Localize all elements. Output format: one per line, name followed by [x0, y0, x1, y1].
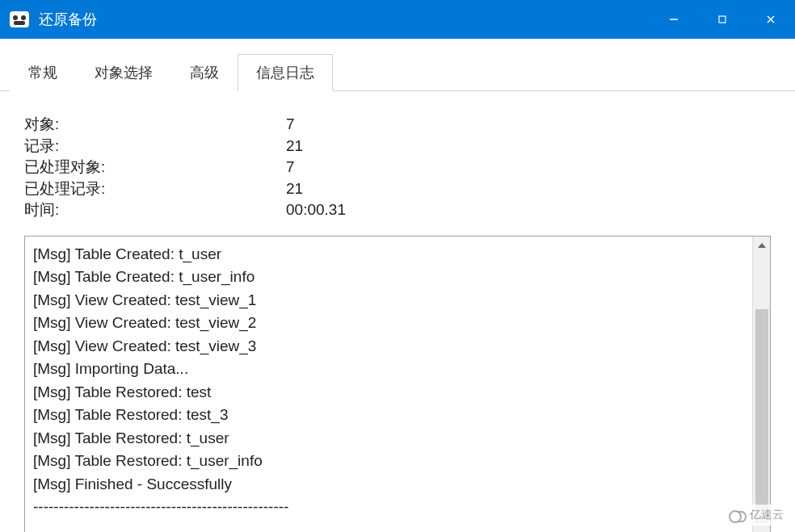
watermark: 亿速云	[722, 505, 790, 526]
log-content: [Msg] Table Created: t_user [Msg] Table …	[25, 237, 752, 532]
window-controls	[650, 0, 795, 39]
minimize-icon	[668, 14, 679, 25]
close-icon	[765, 14, 776, 25]
watermark-text: 亿速云	[750, 508, 784, 522]
log-line: [Msg] Table Restored: t_user_info	[33, 450, 744, 473]
stat-label: 记录:	[24, 136, 286, 157]
log-line: [Msg] Table Restored: test_3	[33, 404, 744, 427]
stat-row-processed-objects: 已处理对象: 7	[24, 157, 771, 178]
tab-info-log[interactable]: 信息日志	[238, 54, 333, 91]
stat-label: 已处理记录:	[24, 178, 286, 200]
stat-value: 21	[286, 136, 771, 157]
watermark-logo-icon	[729, 509, 747, 522]
stat-value: 7	[286, 114, 771, 136]
stat-value: 21	[286, 178, 771, 200]
tab-bar: 常规 对象选择 高级 信息日志	[0, 39, 795, 91]
stat-label: 时间:	[24, 199, 286, 221]
scroll-thumb[interactable]	[755, 309, 768, 523]
log-line: [Msg] View Created: test_view_2	[33, 312, 744, 335]
log-line: [Msg] Table Created: t_user	[33, 243, 744, 266]
log-line: [Msg] View Created: test_view_3	[33, 335, 744, 358]
tab-object-select[interactable]: 对象选择	[76, 54, 171, 91]
chevron-up-icon	[758, 243, 766, 248]
log-line: [Msg] Table Restored: t_user	[33, 427, 744, 450]
log-textarea[interactable]: [Msg] Table Created: t_user [Msg] Table …	[24, 236, 771, 532]
close-button[interactable]	[747, 0, 795, 39]
stats-panel: 对象: 7 记录: 21 已处理对象: 7 已处理记录: 21 时间: 00:0…	[24, 114, 771, 221]
tab-general[interactable]: 常规	[10, 54, 76, 91]
app-icon	[10, 11, 29, 27]
log-line: [Msg] Importing Data...	[33, 358, 744, 381]
stat-row-time: 时间: 00:00.31	[24, 199, 771, 221]
maximize-icon	[717, 14, 728, 25]
svg-rect-1	[719, 16, 726, 23]
maximize-button[interactable]	[698, 0, 747, 39]
window-title: 还原备份	[39, 10, 650, 29]
stat-row-processed-records: 已处理记录: 21	[24, 178, 771, 200]
log-line: [Msg] Finished - Successfully	[33, 473, 744, 496]
log-line: [Msg] View Created: test_view_1	[33, 289, 744, 312]
minimize-button[interactable]	[650, 0, 698, 39]
stat-value: 00:00.31	[286, 199, 771, 221]
log-line: [Msg] Table Restored: test	[33, 381, 744, 404]
titlebar: 还原备份	[0, 0, 795, 39]
stat-row-objects: 对象: 7	[24, 114, 771, 136]
stat-label: 对象:	[24, 114, 286, 136]
tab-content: 对象: 7 记录: 21 已处理对象: 7 已处理记录: 21 时间: 00:0…	[0, 91, 795, 532]
stat-value: 7	[286, 157, 771, 178]
scrollbar[interactable]	[752, 237, 770, 532]
stat-label: 已处理对象:	[24, 157, 286, 178]
stat-row-records: 记录: 21	[24, 136, 771, 157]
tab-advanced[interactable]: 高级	[171, 54, 238, 91]
log-line: [Msg] Table Created: t_user_info	[33, 266, 744, 289]
log-line: ----------------------------------------…	[33, 496, 744, 519]
scroll-up-arrow[interactable]	[753, 237, 770, 254]
